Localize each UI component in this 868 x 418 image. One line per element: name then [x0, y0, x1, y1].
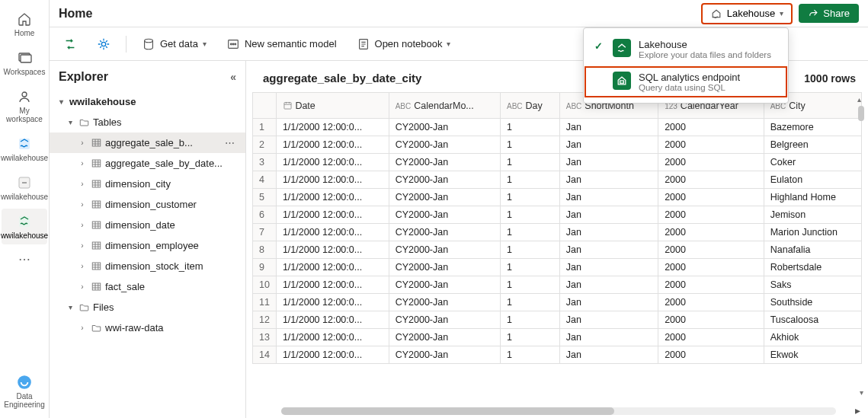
cell: Belgreen: [764, 136, 861, 154]
rail-lakehouse-1[interactable]: wwilakehouse: [2, 131, 47, 167]
open-notebook-button[interactable]: Open notebook ▾: [352, 34, 456, 54]
rail-my-workspace[interactable]: My workspace: [2, 84, 47, 128]
tree-table-item[interactable]: › dimension_employee: [50, 235, 245, 256]
table-row[interactable]: 11/1/2000 12:00:0...CY2000-Jan1Jan2000Ba…: [253, 119, 862, 136]
table-row[interactable]: 141/1/2000 12:00:0...CY2000-Jan1Jan2000E…: [253, 346, 862, 364]
cell: 1/1/2000 12:00:0...: [276, 311, 389, 329]
mode-lakehouse-button[interactable]: Lakehouse ▾: [701, 3, 793, 24]
row-number: 7: [253, 224, 277, 241]
scrollbar-thumb[interactable]: [858, 106, 864, 121]
new-semantic-model-button[interactable]: New semantic model: [222, 34, 341, 54]
tree-tables-node[interactable]: ▾ Tables: [50, 112, 245, 132]
svg-rect-13: [229, 40, 239, 48]
tree-table-item[interactable]: › dimension_stock_item: [50, 256, 245, 276]
cell: Tuscaloosa: [764, 311, 861, 329]
rail-lakehouse-2[interactable]: wwilakehouse: [2, 170, 47, 206]
tree-table-item[interactable]: › aggregate_sale_b... ⋯: [50, 132, 245, 153]
chevron-down-icon: ▾: [65, 118, 75, 126]
more-icon: ⋯: [18, 252, 30, 266]
table-row[interactable]: 131/1/2000 12:00:0...CY2000-Jan1Jan2000A…: [253, 329, 862, 346]
cell: Jan: [559, 329, 658, 346]
share-button[interactable]: Share: [799, 4, 859, 23]
data-grid[interactable]: DateABCCalendarMo...ABCDayABCShortMonth1…: [246, 92, 868, 418]
tree-table-item[interactable]: › dimension_city: [50, 174, 245, 194]
tree-table-item[interactable]: › aggregate_sale_by_date...: [50, 153, 245, 174]
cell: Nanafalia: [764, 241, 861, 259]
rail-home[interactable]: Home: [2, 6, 47, 42]
cell: 2000: [658, 346, 764, 364]
svg-rect-10: [620, 81, 624, 83]
cell: Jan: [559, 136, 658, 154]
table-row[interactable]: 21/1/2000 12:00:0...CY2000-Jan1Jan2000Be…: [253, 136, 862, 154]
cell: 1/1/2000 12:00:0...: [276, 259, 389, 276]
scroll-down-icon: ▾: [860, 388, 863, 397]
cell: CY2000-Jan: [389, 154, 500, 171]
rail-data-engineering[interactable]: Data Engineering: [2, 369, 47, 413]
more-actions-button[interactable]: ⋯: [220, 137, 239, 148]
lakehouse-icon: [16, 136, 33, 152]
table-row[interactable]: 71/1/2000 12:00:0...CY2000-Jan1Jan2000Ma…: [253, 224, 862, 241]
tree-files-node[interactable]: ▾ Files: [50, 297, 245, 317]
cell: 1/1/2000 12:00:0...: [276, 189, 389, 206]
row-number: 13: [253, 329, 277, 346]
top-bar: Home Lakehouse ▾ Share ✓: [50, 0, 868, 27]
settings-button[interactable]: [92, 34, 115, 54]
cell: Jemison: [764, 206, 861, 224]
rail-workspaces[interactable]: Workspaces: [2, 45, 47, 81]
cell: 1/1/2000 12:00:0...: [276, 119, 389, 136]
dropdown-item-lakehouse[interactable]: ✓ Lakehouse Explore your data files and …: [584, 33, 788, 65]
table-row[interactable]: 31/1/2000 12:00:0...CY2000-Jan1Jan2000Co…: [253, 154, 862, 171]
cell: CY2000-Jan: [389, 276, 500, 294]
table-row[interactable]: 41/1/2000 12:00:0...CY2000-Jan1Jan2000Eu…: [253, 171, 862, 189]
table-row[interactable]: 81/1/2000 12:00:0...CY2000-Jan1Jan2000Na…: [253, 241, 862, 259]
svg-point-11: [101, 42, 105, 46]
rail-label: wwilakehouse: [1, 231, 48, 240]
svg-rect-25: [92, 283, 101, 290]
cell: Jan: [559, 241, 658, 259]
row-number: 6: [253, 206, 277, 224]
tree-folder-item[interactable]: › wwi-raw-data: [50, 317, 245, 338]
table-row[interactable]: 111/1/2000 12:00:0...CY2000-Jan1Jan2000S…: [253, 294, 862, 311]
column-label: Date: [295, 101, 315, 111]
tree-label: dimension_city: [105, 178, 239, 190]
data-table: DateABCCalendarMo...ABCDayABCShortMonth1…: [252, 92, 862, 364]
table-row[interactable]: 91/1/2000 12:00:0...CY2000-Jan1Jan2000Ro…: [253, 259, 862, 276]
table-row[interactable]: 51/1/2000 12:00:0...CY2000-Jan1Jan2000Hi…: [253, 189, 862, 206]
cell: 2000: [658, 119, 764, 136]
tool-label: Get data: [160, 38, 198, 49]
scrollbar-thumb[interactable]: [281, 407, 614, 415]
svg-rect-21: [92, 201, 101, 208]
horizontal-scrollbar[interactable]: [281, 407, 836, 415]
row-number: 4: [253, 171, 277, 189]
cell: Southside: [764, 294, 861, 311]
table-row[interactable]: 101/1/2000 12:00:0...CY2000-Jan1Jan2000S…: [253, 276, 862, 294]
column-header[interactable]: ABCCalendarMo...: [389, 93, 500, 119]
svg-point-2: [22, 92, 27, 97]
rail-lakehouse-3[interactable]: wwilakehouse: [2, 209, 47, 244]
dropdown-item-sql-endpoint[interactable]: SQL analytics endpoint Query data using …: [584, 65, 788, 98]
tree-table-item[interactable]: › dimension_customer: [50, 194, 245, 215]
tree-table-item[interactable]: › dimension_date: [50, 215, 245, 235]
table-row[interactable]: 121/1/2000 12:00:0...CY2000-Jan1Jan2000T…: [253, 311, 862, 329]
tree-root[interactable]: ▾ wwilakehouse: [50, 91, 245, 112]
cell: CY2000-Jan: [389, 136, 500, 154]
dd-sub: Explore your data files and folders: [639, 50, 771, 59]
tree-table-item[interactable]: › fact_sale: [50, 276, 245, 297]
svg-point-7: [25, 182, 27, 183]
svg-rect-19: [92, 160, 101, 167]
column-header[interactable]: ABCDay: [501, 93, 560, 119]
collapse-explorer-button[interactable]: «: [230, 71, 236, 83]
column-header[interactable]: Date: [276, 93, 389, 119]
vertical-scrollbar[interactable]: ▴: [857, 100, 865, 252]
refresh-button[interactable]: [59, 34, 82, 54]
chevron-right-icon: ›: [77, 262, 88, 270]
rail-more[interactable]: ⋯: [2, 247, 47, 271]
table-row[interactable]: 61/1/2000 12:00:0...CY2000-Jan1Jan2000Je…: [253, 206, 862, 224]
cell: Jan: [559, 294, 658, 311]
explorer-panel: Explorer « ▾ wwilakehouse ▾ Tables › agg…: [50, 61, 246, 418]
get-data-button[interactable]: Get data ▾: [137, 34, 211, 54]
cell: CY2000-Jan: [389, 294, 500, 311]
cell: Eulaton: [764, 171, 861, 189]
lakehouse-icon: [16, 213, 33, 230]
cell: 2000: [658, 189, 764, 206]
